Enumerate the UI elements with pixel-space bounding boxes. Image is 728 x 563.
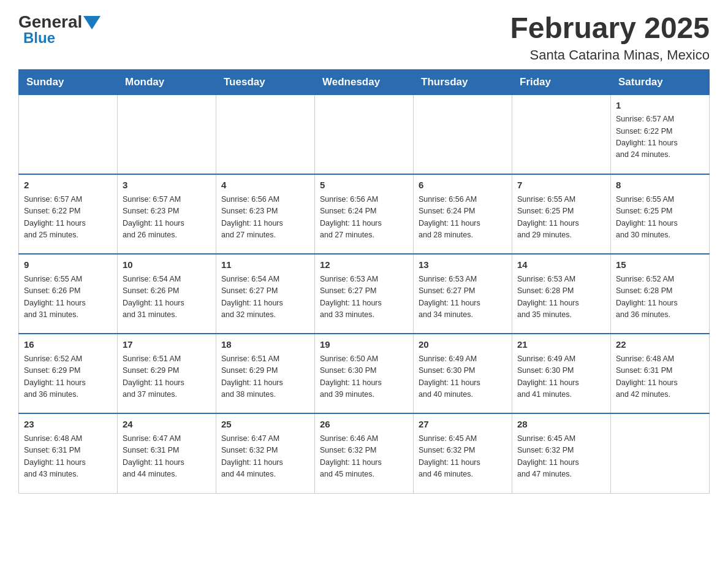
- table-row: 4Sunrise: 6:56 AMSunset: 6:23 PMDaylight…: [216, 174, 315, 254]
- day-info: Sunrise: 6:46 AMSunset: 6:32 PMDaylight:…: [320, 433, 408, 481]
- table-row: 22Sunrise: 6:48 AMSunset: 6:31 PMDayligh…: [611, 334, 710, 413]
- logo-blue-text: Blue: [23, 29, 55, 46]
- col-wednesday: Wednesday: [315, 69, 414, 94]
- day-number: 16: [24, 338, 112, 352]
- day-number: 23: [24, 418, 112, 432]
- day-info: Sunrise: 6:51 AMSunset: 6:29 PMDaylight:…: [221, 353, 309, 401]
- calendar-header-row: Sunday Monday Tuesday Wednesday Thursday…: [19, 69, 710, 94]
- day-number: 28: [517, 418, 605, 432]
- table-row: 28Sunrise: 6:45 AMSunset: 6:32 PMDayligh…: [512, 413, 611, 493]
- col-tuesday: Tuesday: [216, 69, 315, 94]
- logo-arrow-icon: [83, 16, 100, 29]
- table-row: 3Sunrise: 6:57 AMSunset: 6:23 PMDaylight…: [118, 174, 216, 254]
- day-number: 12: [320, 258, 408, 272]
- day-number: 24: [123, 418, 211, 432]
- table-row: 23Sunrise: 6:48 AMSunset: 6:31 PMDayligh…: [19, 413, 118, 493]
- day-info: Sunrise: 6:45 AMSunset: 6:32 PMDaylight:…: [517, 433, 605, 481]
- table-row: 16Sunrise: 6:52 AMSunset: 6:29 PMDayligh…: [19, 334, 118, 413]
- table-row: 21Sunrise: 6:49 AMSunset: 6:30 PMDayligh…: [512, 334, 611, 413]
- table-row: 15Sunrise: 6:52 AMSunset: 6:28 PMDayligh…: [611, 254, 710, 334]
- day-number: 14: [517, 258, 605, 272]
- day-info: Sunrise: 6:57 AMSunset: 6:22 PMDaylight:…: [616, 113, 704, 161]
- table-row: 2Sunrise: 6:57 AMSunset: 6:22 PMDaylight…: [19, 174, 118, 254]
- table-row: 25Sunrise: 6:47 AMSunset: 6:32 PMDayligh…: [216, 413, 315, 493]
- day-number: 18: [221, 338, 309, 352]
- calendar-subtitle: Santa Catarina Minas, Mexico: [510, 47, 710, 63]
- calendar-table: Sunday Monday Tuesday Wednesday Thursday…: [18, 69, 710, 494]
- table-row: 9Sunrise: 6:55 AMSunset: 6:26 PMDaylight…: [19, 254, 118, 334]
- day-info: Sunrise: 6:53 AMSunset: 6:27 PMDaylight:…: [419, 274, 507, 321]
- day-number: 3: [123, 178, 211, 193]
- day-number: 2: [24, 178, 112, 193]
- table-row: [512, 94, 611, 174]
- day-number: 4: [221, 178, 309, 193]
- day-number: 19: [320, 338, 408, 352]
- table-row: 7Sunrise: 6:55 AMSunset: 6:25 PMDaylight…: [512, 174, 611, 254]
- table-row: 27Sunrise: 6:45 AMSunset: 6:32 PMDayligh…: [414, 413, 512, 493]
- page-header: General Blue February 2025 Santa Catarin…: [18, 12, 710, 63]
- table-row: 8Sunrise: 6:55 AMSunset: 6:25 PMDaylight…: [611, 174, 710, 254]
- table-row: 6Sunrise: 6:56 AMSunset: 6:24 PMDaylight…: [414, 174, 512, 254]
- day-info: Sunrise: 6:57 AMSunset: 6:22 PMDaylight:…: [24, 194, 112, 242]
- day-info: Sunrise: 6:52 AMSunset: 6:28 PMDaylight:…: [616, 274, 704, 321]
- table-row: [611, 413, 710, 493]
- day-info: Sunrise: 6:48 AMSunset: 6:31 PMDaylight:…: [24, 433, 112, 481]
- col-monday: Monday: [118, 69, 216, 94]
- day-info: Sunrise: 6:52 AMSunset: 6:29 PMDaylight:…: [24, 353, 112, 401]
- table-row: 11Sunrise: 6:54 AMSunset: 6:27 PMDayligh…: [216, 254, 315, 334]
- day-number: 8: [616, 178, 704, 193]
- table-row: 13Sunrise: 6:53 AMSunset: 6:27 PMDayligh…: [414, 254, 512, 334]
- day-info: Sunrise: 6:51 AMSunset: 6:29 PMDaylight:…: [123, 353, 211, 401]
- day-info: Sunrise: 6:55 AMSunset: 6:25 PMDaylight:…: [517, 194, 605, 242]
- table-row: 18Sunrise: 6:51 AMSunset: 6:29 PMDayligh…: [216, 334, 315, 413]
- day-number: 21: [517, 338, 605, 352]
- table-row: [216, 94, 315, 174]
- table-row: [118, 94, 216, 174]
- day-number: 22: [616, 338, 704, 352]
- day-info: Sunrise: 6:56 AMSunset: 6:24 PMDaylight:…: [320, 194, 408, 242]
- svg-marker-0: [83, 16, 100, 29]
- day-number: 5: [320, 178, 408, 193]
- day-info: Sunrise: 6:55 AMSunset: 6:25 PMDaylight:…: [616, 194, 704, 242]
- table-row: 14Sunrise: 6:53 AMSunset: 6:28 PMDayligh…: [512, 254, 611, 334]
- day-info: Sunrise: 6:54 AMSunset: 6:26 PMDaylight:…: [123, 274, 211, 321]
- table-row: 19Sunrise: 6:50 AMSunset: 6:30 PMDayligh…: [315, 334, 414, 413]
- day-number: 9: [24, 258, 112, 272]
- col-friday: Friday: [512, 69, 611, 94]
- col-thursday: Thursday: [414, 69, 512, 94]
- day-number: 27: [419, 418, 507, 432]
- day-info: Sunrise: 6:55 AMSunset: 6:26 PMDaylight:…: [24, 274, 112, 321]
- col-saturday: Saturday: [611, 69, 710, 94]
- day-number: 17: [123, 338, 211, 352]
- day-info: Sunrise: 6:56 AMSunset: 6:23 PMDaylight:…: [221, 194, 309, 242]
- day-info: Sunrise: 6:49 AMSunset: 6:30 PMDaylight:…: [419, 353, 507, 401]
- table-row: 1Sunrise: 6:57 AMSunset: 6:22 PMDaylight…: [611, 94, 710, 174]
- day-number: 15: [616, 258, 704, 272]
- table-row: 20Sunrise: 6:49 AMSunset: 6:30 PMDayligh…: [414, 334, 512, 413]
- table-row: [414, 94, 512, 174]
- table-row: 12Sunrise: 6:53 AMSunset: 6:27 PMDayligh…: [315, 254, 414, 334]
- day-number: 13: [419, 258, 507, 272]
- day-info: Sunrise: 6:47 AMSunset: 6:32 PMDaylight:…: [221, 433, 309, 481]
- logo: General Blue: [18, 12, 100, 47]
- day-info: Sunrise: 6:47 AMSunset: 6:31 PMDaylight:…: [123, 433, 211, 481]
- title-block: February 2025 Santa Catarina Minas, Mexi…: [510, 12, 710, 63]
- table-row: 17Sunrise: 6:51 AMSunset: 6:29 PMDayligh…: [118, 334, 216, 413]
- day-info: Sunrise: 6:50 AMSunset: 6:30 PMDaylight:…: [320, 353, 408, 401]
- day-number: 11: [221, 258, 309, 272]
- day-number: 7: [517, 178, 605, 193]
- day-info: Sunrise: 6:53 AMSunset: 6:27 PMDaylight:…: [320, 274, 408, 321]
- day-number: 20: [419, 338, 507, 352]
- day-info: Sunrise: 6:48 AMSunset: 6:31 PMDaylight:…: [616, 353, 704, 401]
- day-number: 10: [123, 258, 211, 272]
- day-number: 6: [419, 178, 507, 193]
- day-number: 26: [320, 418, 408, 432]
- day-number: 25: [221, 418, 309, 432]
- table-row: 5Sunrise: 6:56 AMSunset: 6:24 PMDaylight…: [315, 174, 414, 254]
- table-row: [315, 94, 414, 174]
- calendar-title: February 2025: [510, 12, 710, 45]
- day-info: Sunrise: 6:45 AMSunset: 6:32 PMDaylight:…: [419, 433, 507, 481]
- day-info: Sunrise: 6:57 AMSunset: 6:23 PMDaylight:…: [123, 194, 211, 242]
- day-info: Sunrise: 6:56 AMSunset: 6:24 PMDaylight:…: [419, 194, 507, 242]
- table-row: 26Sunrise: 6:46 AMSunset: 6:32 PMDayligh…: [315, 413, 414, 493]
